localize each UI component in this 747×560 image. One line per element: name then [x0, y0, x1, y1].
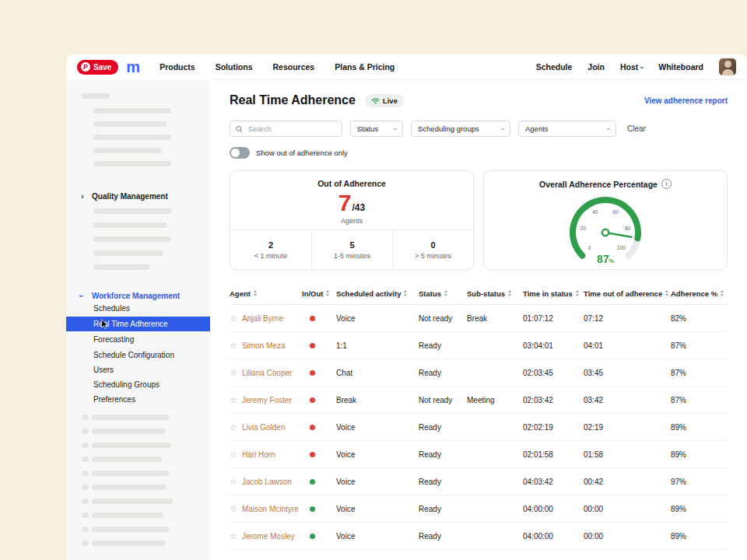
table-row: ☆Hari HornVoiceReady02:01:5801:5889% — [230, 441, 728, 468]
nav-whiteboard[interactable]: Whiteboard — [658, 62, 703, 72]
sidebar-item-schedules[interactable]: Schedules — [66, 301, 210, 316]
inout-status-dot — [310, 316, 315, 321]
skeleton-bar — [93, 222, 167, 228]
star-icon[interactable]: ☆ — [230, 395, 237, 405]
out-of-adherence-unit: Agents — [230, 217, 473, 225]
cell-agent: ☆Maison Mcintyre — [230, 504, 302, 514]
sidebar-item-real-time-adherence[interactable]: Real Time Adherence — [66, 317, 210, 331]
star-icon[interactable]: ☆ — [230, 313, 237, 324]
sidebar-item-forecasting[interactable]: Forecasting — [66, 332, 210, 347]
miro-logo[interactable]: m — [126, 59, 139, 75]
star-icon[interactable]: ☆ — [230, 504, 237, 514]
column-header-sub-status[interactable]: Sub-status — [467, 289, 523, 298]
agent-name-link[interactable]: Liliana Cooper — [242, 369, 293, 377]
chevron-down-icon: › — [77, 294, 86, 297]
sidebar-item-label: Scheduling Groups — [93, 380, 160, 389]
agent-name-link[interactable]: Simon Meza — [242, 341, 286, 350]
star-icon[interactable]: ☆ — [230, 531, 237, 541]
table-row: ☆Jeremy FosterBreakNot readyMeeting02:03… — [230, 387, 728, 414]
nav-schedule[interactable]: Schedule — [536, 62, 573, 72]
column-header-label: Sub-status — [467, 289, 505, 298]
column-header-adherence[interactable]: Adherence % — [671, 289, 728, 298]
sort-icon — [404, 290, 407, 296]
nav-solutions[interactable]: Solutions — [216, 62, 253, 72]
cell-time-out: 01:58 — [584, 450, 671, 459]
cell-adherence: 87% — [671, 369, 728, 377]
column-header-time-out-of-adherence[interactable]: Time out of adherence — [584, 289, 671, 298]
sidebar-item-preferences[interactable]: Preferences — [66, 392, 210, 407]
view-adherence-report-link[interactable]: View adherence report — [644, 96, 728, 105]
star-icon[interactable]: ☆ — [230, 341, 237, 351]
cell-agent: ☆Jacob Lawson — [230, 477, 302, 487]
sidebar-item-scheduling-groups[interactable]: Scheduling Groups — [66, 377, 210, 392]
main-content: Real Time Adherence Live View adherence … — [210, 79, 747, 560]
out-of-adherence-toggle[interactable] — [230, 147, 250, 159]
cell-status: Ready — [419, 478, 467, 486]
nav-products[interactable]: Products — [160, 62, 195, 72]
agent-name-link[interactable]: Jeremy Foster — [242, 396, 292, 404]
sort-icon — [326, 290, 329, 296]
agent-name-link[interactable]: Anjali Byrne — [242, 314, 283, 323]
clear-filters-button[interactable]: Clear — [627, 124, 646, 133]
filter-row: Status › Scheduling groups › Agents › Cl… — [230, 121, 728, 137]
agents-select[interactable]: Agents › — [518, 121, 616, 137]
status-select[interactable]: Status › — [350, 121, 403, 137]
inout-status-dot — [310, 479, 315, 485]
breakdown-value: 0 — [430, 240, 435, 250]
sort-icon — [665, 290, 668, 296]
nav-join[interactable]: Join — [587, 62, 605, 72]
nav-host[interactable]: Host› — [620, 62, 643, 72]
out-of-adherence-count-row: 7 /43 — [230, 191, 473, 215]
sort-icon — [254, 290, 257, 296]
skeleton-bar — [93, 161, 171, 166]
cell-time-out: 00:42 — [584, 478, 671, 486]
avatar[interactable] — [719, 58, 736, 75]
cell-time-in: 02:01:58 — [523, 450, 584, 459]
column-header-time-in-status[interactable]: Time in status — [523, 289, 584, 298]
sidebar-item-schedule-configuration[interactable]: Schedule Configuration — [66, 348, 210, 362]
cell-time-in: 04:03:42 — [523, 478, 584, 486]
cell-time-in: 02:03:42 — [523, 396, 584, 404]
chevron-down-icon: › — [391, 128, 399, 130]
sidebar-section-label: Quality Management — [92, 192, 168, 201]
cell-agent: ☆Simon Meza — [230, 341, 302, 351]
sidebar-item-users[interactable]: Users — [66, 362, 210, 377]
skeleton-bar — [82, 485, 89, 490]
cell-status: Not ready — [419, 314, 467, 323]
sidebar-item-quality-management[interactable]: › Quality Management — [66, 190, 210, 202]
column-header-status[interactable]: Status — [419, 289, 467, 298]
agent-name-link[interactable]: Maison Mcintyre — [242, 505, 299, 513]
pinterest-icon: P — [81, 62, 90, 72]
agent-name-link[interactable]: Hari Horn — [242, 450, 275, 459]
scheduling-groups-select[interactable]: Scheduling groups › — [411, 121, 510, 137]
skeleton-bar — [82, 471, 89, 476]
pinterest-save-button[interactable]: P Save — [77, 60, 118, 75]
agent-name-link[interactable]: Jerome Mosley — [242, 532, 295, 541]
skeleton-bar — [82, 429, 89, 434]
cell-in-out — [302, 369, 336, 377]
column-header-label: Agent — [230, 289, 251, 298]
star-icon[interactable]: ☆ — [230, 477, 237, 487]
column-header-agent[interactable]: Agent — [230, 289, 302, 298]
cell-in-out — [302, 450, 336, 459]
column-header-scheduled-activity[interactable]: Scheduled activity — [336, 289, 419, 298]
cell-activity: Chat — [336, 369, 419, 377]
title-row: Real Time Adherence Live View adherence … — [230, 92, 728, 109]
cell-adherence: 89% — [671, 423, 728, 432]
star-icon[interactable]: ☆ — [230, 450, 237, 460]
page-background: P Save m Products Solutions Resources Pl… — [0, 0, 747, 560]
nav-resources[interactable]: Resources — [273, 62, 315, 72]
agent-name-link[interactable]: Livia Golden — [242, 423, 286, 432]
star-icon[interactable]: ☆ — [230, 368, 237, 378]
search-input[interactable] — [247, 124, 336, 134]
column-header-in-out[interactable]: In/Out — [302, 289, 336, 298]
star-icon[interactable]: ☆ — [230, 422, 237, 432]
cell-status: Ready — [419, 532, 467, 541]
cell-time-in: 02:02:19 — [523, 423, 584, 432]
info-icon[interactable]: i — [661, 179, 672, 189]
sidebar-item-workforce-management[interactable]: › Workforce Management — [66, 289, 210, 302]
nav-plans-pricing[interactable]: Plans & Pricing — [335, 62, 395, 72]
agent-name-link[interactable]: Jacob Lawson — [242, 478, 292, 486]
skeleton-bar — [92, 541, 166, 546]
cell-time-out: 04:01 — [584, 341, 671, 350]
